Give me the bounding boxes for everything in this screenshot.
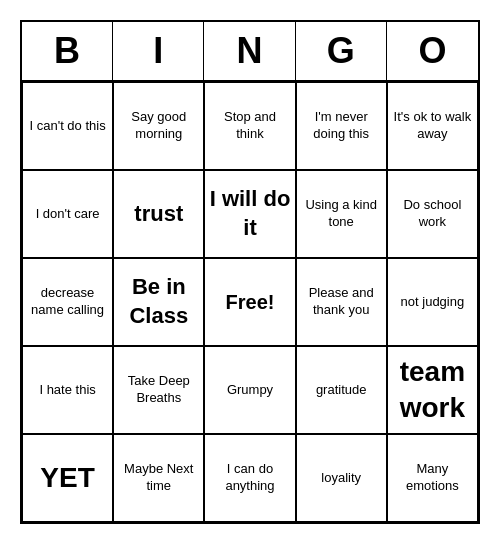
bingo-card: BINGO I can't do thisSay good morningSto… [20,20,480,524]
bingo-cell: not judging [387,258,478,346]
bingo-cell: Maybe Next time [113,434,204,522]
bingo-cell: I can't do this [22,82,113,170]
bingo-cell: Do school work [387,170,478,258]
bingo-cell: Grumpy [204,346,295,434]
bingo-grid: I can't do thisSay good morningStop and … [22,82,478,522]
header-letter: N [204,22,295,80]
header-letter: O [387,22,478,80]
header-letter: B [22,22,113,80]
bingo-cell: Take Deep Breaths [113,346,204,434]
bingo-cell: loyality [296,434,387,522]
bingo-cell: team work [387,346,478,434]
header-letter: I [113,22,204,80]
bingo-cell: Stop and think [204,82,295,170]
bingo-header: BINGO [22,22,478,82]
bingo-cell: I don't care [22,170,113,258]
bingo-cell: gratitude [296,346,387,434]
bingo-cell: Free! [204,258,295,346]
bingo-cell: I will do it [204,170,295,258]
bingo-cell: trust [113,170,204,258]
bingo-cell: Say good morning [113,82,204,170]
bingo-cell: Be in Class [113,258,204,346]
bingo-cell: I'm never doing this [296,82,387,170]
bingo-cell: YET [22,434,113,522]
bingo-cell: I can do anything [204,434,295,522]
header-letter: G [296,22,387,80]
bingo-cell: Using a kind tone [296,170,387,258]
bingo-cell: It's ok to walk away [387,82,478,170]
bingo-cell: I hate this [22,346,113,434]
bingo-cell: Please and thank you [296,258,387,346]
bingo-cell: decrease name calling [22,258,113,346]
bingo-cell: Many emotions [387,434,478,522]
